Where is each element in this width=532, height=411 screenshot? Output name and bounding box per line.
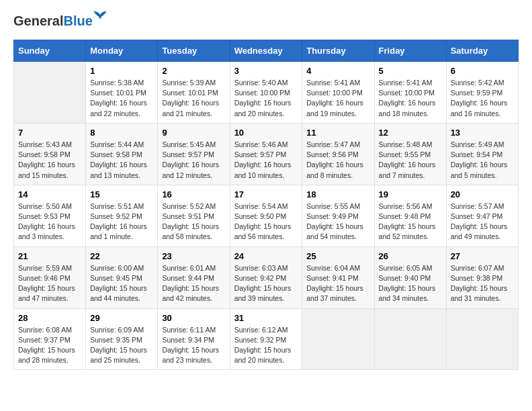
calendar-table: SundayMondayTuesdayWednesdayThursdayFrid… [13,40,519,370]
day-number: 21 [18,251,81,261]
day-info: Sunrise: 5:46 AMSunset: 9:57 PMDaylight:… [234,140,298,181]
calendar-cell: 8Sunrise: 5:44 AMSunset: 9:58 PMDaylight… [86,123,158,185]
day-info: Sunrise: 5:44 AMSunset: 9:58 PMDaylight:… [90,140,153,181]
calendar-cell: 13Sunrise: 5:49 AMSunset: 9:54 PMDayligh… [446,123,518,185]
calendar-cell [302,308,374,370]
weekday-header: Monday [86,40,158,62]
calendar-cell: 2Sunrise: 5:39 AMSunset: 10:01 PMDayligh… [158,62,230,124]
day-number: 2 [162,66,225,76]
weekday-header: Friday [374,40,446,62]
calendar-cell: 25Sunrise: 6:04 AMSunset: 9:41 PMDayligh… [302,246,374,308]
calendar-cell: 20Sunrise: 5:57 AMSunset: 9:47 PMDayligh… [446,185,518,246]
day-info: Sunrise: 6:00 AMSunset: 9:45 PMDaylight:… [90,263,153,304]
day-info: Sunrise: 5:40 AMSunset: 10:00 PMDaylight… [234,78,298,119]
calendar-week-row: 21Sunrise: 5:59 AMSunset: 9:46 PMDayligh… [14,246,519,308]
calendar-cell: 4Sunrise: 5:41 AMSunset: 10:00 PMDayligh… [302,62,374,124]
weekday-header: Tuesday [158,40,230,62]
day-number: 25 [306,251,369,261]
day-info: Sunrise: 5:49 AMSunset: 9:54 PMDaylight:… [451,140,514,181]
calendar-cell: 15Sunrise: 5:51 AMSunset: 9:52 PMDayligh… [86,185,158,246]
calendar-cell: 14Sunrise: 5:50 AMSunset: 9:53 PMDayligh… [14,185,86,246]
day-info: Sunrise: 6:07 AMSunset: 9:38 PMDaylight:… [451,263,514,304]
day-info: Sunrise: 6:01 AMSunset: 9:44 PMDaylight:… [162,263,225,304]
calendar-week-row: 7Sunrise: 5:43 AMSunset: 9:58 PMDaylight… [14,123,519,185]
calendar-cell: 31Sunrise: 6:12 AMSunset: 9:32 PMDayligh… [230,308,302,370]
day-number: 12 [379,128,442,138]
day-info: Sunrise: 5:41 AMSunset: 10:00 PMDaylight… [379,78,442,119]
calendar-cell: 24Sunrise: 6:03 AMSunset: 9:42 PMDayligh… [230,246,302,308]
calendar-cell: 9Sunrise: 5:45 AMSunset: 9:57 PMDaylight… [158,123,230,185]
day-info: Sunrise: 5:57 AMSunset: 9:47 PMDaylight:… [451,201,514,242]
bird-icon [93,9,107,21]
calendar-cell: 29Sunrise: 6:09 AMSunset: 9:35 PMDayligh… [86,308,158,370]
day-number: 30 [162,313,225,323]
day-number: 23 [162,251,225,261]
day-number: 31 [234,313,298,323]
day-info: Sunrise: 5:48 AMSunset: 9:55 PMDaylight:… [379,140,442,181]
calendar-cell: 19Sunrise: 5:56 AMSunset: 9:48 PMDayligh… [374,185,446,246]
calendar-cell: 1Sunrise: 5:38 AMSunset: 10:01 PMDayligh… [86,62,158,124]
day-info: Sunrise: 6:12 AMSunset: 9:32 PMDaylight:… [234,325,298,366]
day-number: 22 [90,251,153,261]
day-number: 8 [90,128,153,138]
day-info: Sunrise: 5:55 AMSunset: 9:49 PMDaylight:… [306,201,369,242]
calendar-week-row: 28Sunrise: 6:08 AMSunset: 9:37 PMDayligh… [14,308,519,370]
day-number: 10 [234,128,298,138]
calendar-cell: 3Sunrise: 5:40 AMSunset: 10:00 PMDayligh… [230,62,302,124]
calendar-header: SundayMondayTuesdayWednesdayThursdayFrid… [14,40,519,62]
day-info: Sunrise: 5:51 AMSunset: 9:52 PMDaylight:… [90,201,153,242]
day-number: 27 [451,251,514,261]
logo-text: GeneralBlue [13,13,93,29]
day-info: Sunrise: 5:52 AMSunset: 9:51 PMDaylight:… [162,201,225,242]
weekday-header: Sunday [14,40,86,62]
calendar-cell: 26Sunrise: 6:05 AMSunset: 9:40 PMDayligh… [374,246,446,308]
day-info: Sunrise: 6:04 AMSunset: 9:41 PMDaylight:… [306,263,369,304]
day-number: 9 [162,128,225,138]
day-number: 19 [379,189,442,199]
day-info: Sunrise: 6:11 AMSunset: 9:34 PMDaylight:… [162,325,225,366]
calendar-cell: 22Sunrise: 6:00 AMSunset: 9:45 PMDayligh… [86,246,158,308]
calendar-cell: 7Sunrise: 5:43 AMSunset: 9:58 PMDaylight… [14,123,86,185]
day-info: Sunrise: 5:59 AMSunset: 9:46 PMDaylight:… [18,263,81,304]
day-info: Sunrise: 5:50 AMSunset: 9:53 PMDaylight:… [18,201,81,242]
day-number: 6 [451,66,514,76]
day-info: Sunrise: 5:39 AMSunset: 10:01 PMDaylight… [162,78,225,119]
day-number: 4 [306,66,369,76]
calendar-cell [446,308,518,370]
day-number: 17 [234,189,298,199]
calendar-cell: 11Sunrise: 5:47 AMSunset: 9:56 PMDayligh… [302,123,374,185]
calendar-cell: 28Sunrise: 6:08 AMSunset: 9:37 PMDayligh… [14,308,86,370]
calendar-cell: 17Sunrise: 5:54 AMSunset: 9:50 PMDayligh… [230,185,302,246]
day-info: Sunrise: 5:42 AMSunset: 9:59 PMDaylight:… [451,78,514,119]
day-number: 14 [18,189,81,199]
calendar-cell [374,308,446,370]
day-info: Sunrise: 5:43 AMSunset: 9:58 PMDaylight:… [18,140,81,181]
calendar-cell: 10Sunrise: 5:46 AMSunset: 9:57 PMDayligh… [230,123,302,185]
day-number: 5 [379,66,442,76]
day-number: 1 [90,66,153,76]
calendar-week-row: 14Sunrise: 5:50 AMSunset: 9:53 PMDayligh… [14,185,519,246]
day-number: 28 [18,313,81,323]
day-info: Sunrise: 5:41 AMSunset: 10:00 PMDaylight… [306,78,369,119]
calendar-cell: 30Sunrise: 6:11 AMSunset: 9:34 PMDayligh… [158,308,230,370]
day-info: Sunrise: 5:54 AMSunset: 9:50 PMDaylight:… [234,201,298,242]
day-number: 24 [234,251,298,261]
day-info: Sunrise: 5:47 AMSunset: 9:56 PMDaylight:… [306,140,369,181]
day-info: Sunrise: 5:56 AMSunset: 9:48 PMDaylight:… [379,201,442,242]
day-number: 15 [90,189,153,199]
day-info: Sunrise: 6:05 AMSunset: 9:40 PMDaylight:… [379,263,442,304]
day-number: 18 [306,189,369,199]
calendar-cell: 16Sunrise: 5:52 AMSunset: 9:51 PMDayligh… [158,185,230,246]
calendar-week-row: 1Sunrise: 5:38 AMSunset: 10:01 PMDayligh… [14,62,519,124]
weekday-header: Thursday [302,40,374,62]
day-number: 11 [306,128,369,138]
calendar-cell: 27Sunrise: 6:07 AMSunset: 9:38 PMDayligh… [446,246,518,308]
day-info: Sunrise: 6:09 AMSunset: 9:35 PMDaylight:… [90,325,153,366]
day-number: 3 [234,66,298,76]
calendar-cell: 6Sunrise: 5:42 AMSunset: 9:59 PMDaylight… [446,62,518,124]
weekday-header: Saturday [446,40,518,62]
day-number: 29 [90,313,153,323]
page-header: GeneralBlue [13,13,519,29]
day-info: Sunrise: 6:03 AMSunset: 9:42 PMDaylight:… [234,263,298,304]
day-number: 16 [162,189,225,199]
